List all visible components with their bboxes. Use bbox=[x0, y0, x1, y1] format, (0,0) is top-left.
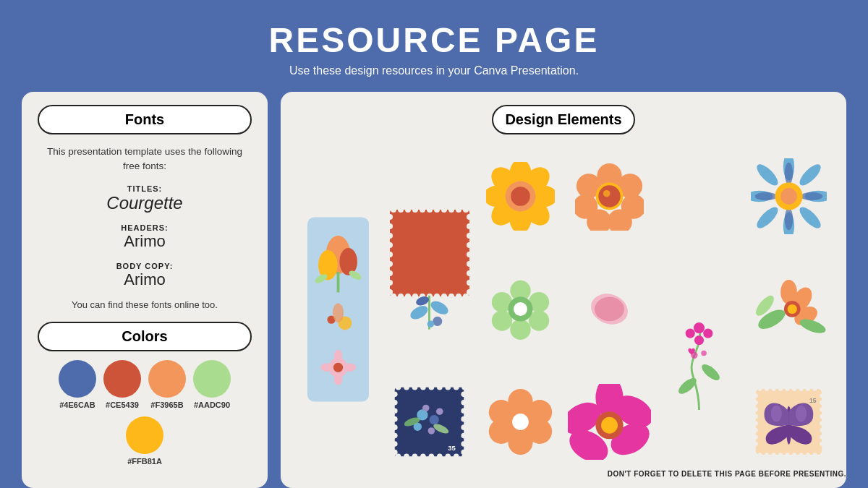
sprig-svg bbox=[402, 282, 456, 336]
page-header: RESOURCE PAGE Use these design resources… bbox=[0, 0, 868, 83]
svg-point-24 bbox=[427, 207, 433, 213]
element-hibiscus bbox=[568, 384, 741, 460]
svg-point-44 bbox=[387, 242, 393, 248]
svg-point-161 bbox=[461, 449, 467, 455]
svg-point-166 bbox=[422, 404, 430, 411]
svg-point-45 bbox=[387, 252, 393, 257]
element-butterfly-stamp: 15 bbox=[746, 388, 830, 456]
fonts-footer: You can find these fonts online too. bbox=[38, 299, 252, 310]
hibiscus-svg bbox=[568, 384, 651, 460]
butterfly-stamp-svg: 15 bbox=[754, 388, 823, 456]
svg-point-55 bbox=[467, 261, 472, 267]
svg-point-12 bbox=[333, 362, 343, 372]
font-entry-body: BODY COPY: Arimo bbox=[38, 262, 252, 289]
svg-point-179 bbox=[512, 414, 529, 430]
svg-point-19 bbox=[391, 207, 396, 213]
font-role-body: BODY COPY: bbox=[38, 262, 252, 270]
svg-point-186 bbox=[601, 416, 618, 433]
design-elements-label: Design Elements bbox=[492, 105, 634, 134]
svg-point-142 bbox=[437, 453, 443, 459]
color-hex-green: #AADC90 bbox=[194, 401, 230, 409]
svg-point-54 bbox=[467, 252, 472, 257]
svg-point-27 bbox=[448, 207, 454, 213]
element-flower-strip bbox=[297, 212, 380, 407]
svg-point-139 bbox=[412, 453, 418, 459]
footer-note: DON'T FORGET TO DELETE THIS PAGE BEFORE … bbox=[608, 470, 846, 478]
svg-point-26 bbox=[441, 207, 447, 213]
svg-point-90 bbox=[754, 192, 777, 200]
color-circle-red bbox=[103, 360, 141, 398]
colors-section: Colors #4E6CAB #CE5439 #F3965B #AADC90 bbox=[38, 322, 252, 466]
svg-point-20 bbox=[398, 207, 404, 213]
svg-point-115 bbox=[694, 335, 704, 345]
color-hex-blue: #4E6CAB bbox=[59, 401, 95, 409]
svg-point-97 bbox=[414, 295, 430, 307]
svg-point-41 bbox=[387, 214, 393, 220]
svg-point-223 bbox=[770, 405, 781, 421]
svg-point-56 bbox=[467, 270, 472, 276]
svg-point-43 bbox=[387, 233, 393, 239]
color-circle-orange bbox=[148, 360, 186, 398]
svg-point-113 bbox=[686, 328, 695, 338]
svg-point-87 bbox=[754, 205, 781, 232]
svg-point-52 bbox=[467, 233, 472, 239]
svg-point-96 bbox=[429, 299, 451, 317]
fonts-label: Fonts bbox=[38, 105, 252, 134]
svg-point-164 bbox=[430, 415, 439, 424]
page-title: RESOURCE PAGE bbox=[0, 20, 868, 60]
svg-point-93 bbox=[780, 188, 797, 205]
element-flower-yellow bbox=[479, 162, 563, 231]
svg-point-3 bbox=[340, 248, 358, 275]
element-flower-green bbox=[479, 278, 563, 340]
element-pink-blob bbox=[568, 286, 652, 333]
svg-rect-59 bbox=[395, 215, 464, 291]
color-circle-yellow bbox=[126, 416, 163, 454]
svg-point-138 bbox=[404, 453, 409, 459]
color-swatch-red: #CE5439 bbox=[103, 360, 141, 409]
svg-point-22 bbox=[412, 207, 418, 213]
svg-point-99 bbox=[427, 320, 434, 327]
svg-point-160 bbox=[461, 441, 467, 447]
color-hex-yellow: #FFB81A bbox=[127, 457, 162, 466]
fonts-description: This presentation template uses the foll… bbox=[38, 145, 252, 174]
font-entry-headers: HEADERS: Arimo bbox=[38, 223, 252, 251]
svg-point-53 bbox=[467, 242, 472, 248]
color-swatch-blue: #4E6CAB bbox=[59, 360, 96, 409]
element-stamp-blue: 35 bbox=[386, 384, 473, 460]
flower-green-svg bbox=[490, 278, 551, 340]
svg-point-25 bbox=[434, 207, 440, 213]
main-content: Fonts This presentation template uses th… bbox=[0, 92, 868, 488]
design-elements-header: Design Elements bbox=[297, 105, 830, 134]
svg-point-29 bbox=[463, 207, 469, 213]
svg-point-134 bbox=[446, 385, 451, 390]
font-name-arimo-body: Arimo bbox=[38, 270, 252, 289]
svg-point-157 bbox=[461, 416, 467, 422]
element-botanical-right bbox=[746, 278, 830, 340]
svg-point-135 bbox=[454, 385, 459, 390]
svg-point-95 bbox=[408, 303, 430, 322]
colors-label: Colors bbox=[38, 322, 252, 351]
svg-point-133 bbox=[437, 385, 443, 390]
svg-point-114 bbox=[703, 328, 712, 338]
font-name-courgette: Courgette bbox=[38, 193, 252, 214]
svg-point-116 bbox=[691, 351, 697, 358]
color-circle-blue bbox=[59, 360, 96, 398]
svg-text:15: 15 bbox=[809, 397, 817, 404]
svg-point-153 bbox=[392, 449, 398, 455]
font-name-arimo-header: Arimo bbox=[38, 232, 252, 251]
element-daisy-blue bbox=[746, 158, 830, 234]
svg-point-91 bbox=[800, 192, 822, 200]
color-swatch-green: #AADC90 bbox=[193, 360, 231, 409]
svg-point-122 bbox=[787, 304, 796, 314]
svg-point-85 bbox=[796, 161, 824, 189]
svg-point-47 bbox=[387, 270, 393, 276]
svg-point-159 bbox=[461, 432, 467, 438]
daisy-blue-svg bbox=[751, 158, 827, 234]
svg-point-112 bbox=[694, 322, 705, 333]
svg-point-155 bbox=[461, 400, 467, 406]
botanical-svg bbox=[751, 278, 827, 340]
svg-point-98 bbox=[433, 317, 442, 326]
svg-point-167 bbox=[436, 408, 443, 415]
left-panel: Fonts This presentation template uses th… bbox=[22, 92, 268, 488]
page-subtitle: Use these design resources in your Canva… bbox=[0, 64, 868, 77]
